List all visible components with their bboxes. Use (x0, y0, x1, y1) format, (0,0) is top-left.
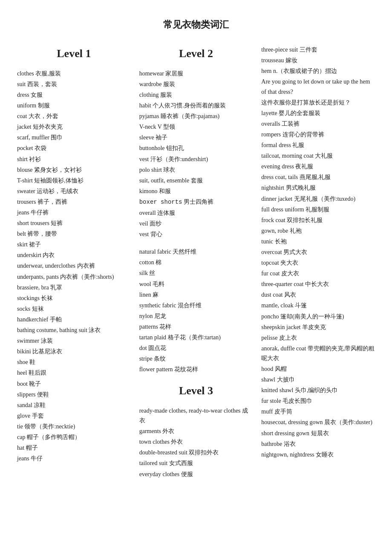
list-item: short dressing gown 短晨衣 (261, 428, 375, 438)
list-item: underpants, pants 内衣裤（美作:shorts) (17, 272, 131, 282)
list-item: fur coat 皮大衣 (261, 269, 375, 278)
list-item: nightshirt 男式晚礼服 (261, 183, 375, 193)
list-item: short trousers 短裤 (17, 218, 131, 228)
list-item: uniform 制服 (17, 101, 131, 110)
list-item: overall 连体服 (139, 208, 253, 218)
list-item: pelisse 皮上衣 (261, 333, 375, 343)
list-item: dress 女服 (17, 90, 131, 100)
list-item: double-breasted suit 双排扣外衣 (139, 448, 253, 457)
col3-column: three-piece suit 三件套trousseau 嫁妆hem n.（衣… (257, 45, 375, 460)
list-item: bikini 比基尼泳衣 (17, 347, 131, 356)
list-item: shirt 衬衫 (17, 154, 131, 164)
list-item: homewear 家居服 (139, 69, 253, 78)
list-item: topcoat 夹大衣 (261, 258, 375, 268)
list-item: pyjamas 睡衣裤（美作:pajamas) (139, 111, 253, 121)
list-item: silk 丝 (139, 268, 253, 278)
list-item: socks 短袜 (17, 304, 131, 314)
list-item: buttonhole 钮扣孔 (139, 143, 253, 153)
list-item: boot 靴子 (17, 379, 131, 389)
list-item: pocket 衣袋 (17, 143, 131, 153)
list-item: cap 帽子（多作鸭舌帽） (17, 432, 131, 442)
list-item: cotton 棉 (139, 257, 253, 267)
level2-items-top: homewear 家居服wardrobe 服装clothing 服装habit … (139, 69, 253, 240)
list-item: clothes 衣服,服装 (17, 69, 131, 78)
list-item: stripe 条纹 (139, 354, 253, 364)
list-item: synthetic fabric 混合纤维 (139, 301, 253, 310)
list-item: sheepskin jacket 羊皮夹克 (261, 322, 375, 332)
list-item: hood 风帽 (261, 364, 375, 374)
list-item: patterns 花样 (139, 322, 253, 332)
list-item: polo shirt 球衣 (139, 165, 253, 175)
list-item: T-shirt 短袖圆领衫,体恤衫 (17, 176, 131, 185)
list-item: underwear, underclothes 内衣裤 (17, 261, 131, 271)
list-item: heel 鞋后跟 (17, 368, 131, 378)
list-item: layette 婴儿的全套服装 (261, 108, 375, 118)
list-item: gown, robe 礼袍 (261, 226, 375, 236)
list-item: glove 手套 (17, 411, 131, 421)
list-item: bathrobe 浴衣 (261, 439, 375, 449)
list-item: muff 皮手筒 (261, 407, 375, 416)
list-item: garments 外衣 (139, 426, 253, 436)
list-item: swimmer 泳装 (17, 336, 131, 346)
list-item: evening dress 夜礼服 (261, 162, 375, 171)
list-item: dress coat, tails 燕尾服,礼服 (261, 172, 375, 182)
list-item: trousers 裤子，西裤 (17, 197, 131, 207)
level1-heading: Level 1 (17, 45, 131, 63)
list-item: handkerchief 手帕 (17, 315, 131, 324)
list-item: suit, outfit, ensemble 套服 (139, 176, 253, 185)
list-item: mantle, cloak 斗篷 (261, 301, 375, 310)
list-item: shoe 鞋 (17, 357, 131, 367)
list-item: Are you going to let down or take up the… (261, 77, 375, 96)
level2-column: Level 2 homewear 家居服wardrobe 服装clothing … (135, 45, 257, 480)
list-item: underskirt 内衣 (17, 250, 131, 260)
list-item: town clothes 外衣 (139, 437, 253, 447)
list-item: everyday clothes 便服 (139, 469, 253, 479)
list-item: habit 个人依习惯.身份而着的服装 (139, 101, 253, 110)
list-item: overcoat 男式大衣 (261, 247, 375, 257)
list-item: three-piece suit 三件套 (261, 45, 375, 55)
level2-heading: Level 2 (139, 45, 253, 63)
list-item: suit 西装，套装 (17, 79, 131, 89)
list-item: nightgown, nightdress 女睡衣 (261, 450, 375, 460)
list-item: flower pattern 花纹花样 (139, 364, 253, 374)
list-item: sweater 运动衫，毛绒衣 (17, 186, 131, 196)
level1-items: clothes 衣服,服装suit 西装，套装dress 女服uniform 制… (17, 69, 131, 463)
list-item: coat 大衣，外套 (17, 111, 131, 121)
list-item: veil 面纱 (139, 219, 253, 228)
col3-items: three-piece suit 三件套trousseau 嫁妆hem n.（衣… (261, 45, 375, 460)
list-item: dust coat 风衣 (261, 290, 375, 300)
list-item: tailored suit 女式西服 (139, 458, 253, 468)
list-item: kimono 和服 (139, 186, 253, 196)
list-item: trousseau 嫁妆 (261, 55, 375, 65)
list-item: stockings 长袜 (17, 293, 131, 303)
list-item: blouse 紧身女衫，女衬衫 (17, 165, 131, 175)
list-item: belt 裤带，腰带 (17, 229, 131, 239)
list-item: vest 汗衫（美作:undershirt) (139, 154, 253, 164)
list-item: anorak, duffle coat 带兜帽的夹克,带风帽的粗呢大衣 (261, 344, 375, 363)
level3-section: Level 3 ready-made clothes, ready-to-wea… (139, 382, 253, 479)
list-item: slippers 便鞋 (17, 390, 131, 399)
list-item: bathing costume, bathing suit 泳衣 (17, 325, 131, 335)
list-item: tie 领带（美作:necktie) (17, 422, 131, 431)
list-item: shawl 大披巾 (261, 375, 375, 384)
list-item: frock coat 双排扣长礼服 (261, 215, 375, 225)
list-item: overalls 工装裤 (261, 119, 375, 129)
list-item: wool 毛料 (139, 279, 253, 289)
page-title: 常见衣物类词汇 (17, 17, 375, 32)
list-item: jacket 短外衣夹克 (17, 122, 131, 132)
list-item: jeans 牛仔裤 (17, 208, 131, 217)
list-item: full dress uniform 礼服制服 (261, 205, 375, 214)
list-item: linen 麻 (139, 290, 253, 300)
list-item: clothing 服装 (139, 90, 253, 100)
list-item: vest 背心 (139, 229, 253, 239)
level3-items: ready-made clothes, ready-to-wear clothe… (139, 406, 253, 479)
list-item: rompers 连背心的背带裤 (261, 130, 375, 139)
list-item: tartan plaid 格子花（美作:tartan) (139, 332, 253, 342)
level3-heading: Level 3 (139, 382, 253, 400)
list-item: hem n.（衣服或裙子的）摺边 (261, 66, 375, 76)
list-item: skirt 裙子 (17, 240, 131, 249)
level1-column: Level 1 clothes 衣服,服装suit 西装，套装dress 女服u… (17, 45, 135, 464)
list-item: jeans 牛仔 (17, 454, 131, 463)
list-item: wardrobe 服装 (139, 79, 253, 89)
list-item: boxer shorts 男士四角裤 (139, 197, 253, 207)
